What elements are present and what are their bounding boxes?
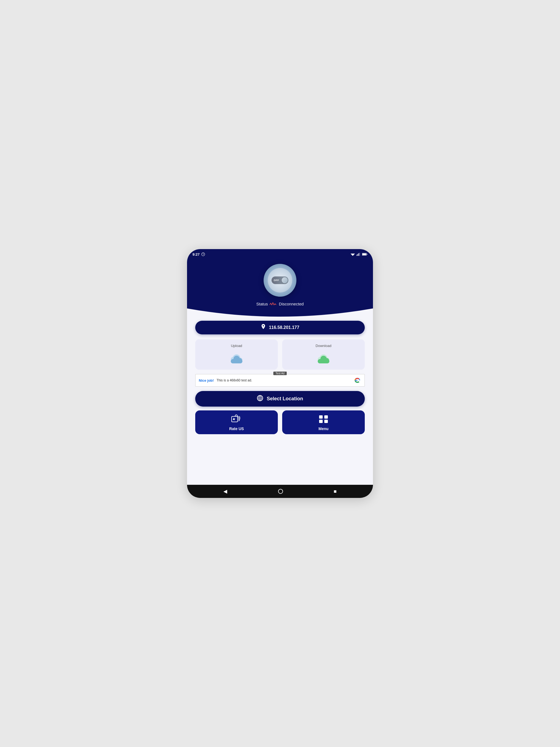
svg-rect-5: [358, 254, 358, 256]
download-label: Download: [315, 344, 331, 348]
rate-us-icon: [231, 414, 242, 425]
recent-icon: ■: [334, 489, 337, 494]
status-time: 9:27: [193, 252, 205, 256]
status-text: Status Disconnected: [256, 302, 304, 306]
menu-grid-icon: [318, 414, 329, 425]
upload-card: Upload: [195, 339, 278, 370]
svg-marker-3: [352, 255, 353, 256]
ad-nice-job: Nice job!: [199, 379, 214, 383]
menu-button[interactable]: Menu: [282, 410, 365, 434]
toggle-knob: [282, 277, 288, 283]
globe-icon: [257, 395, 263, 403]
wifi-icon: [351, 253, 355, 256]
svg-rect-16: [319, 415, 323, 419]
bottom-buttons: Rate US Menu: [195, 410, 365, 434]
rate-us-label: Rate US: [229, 427, 244, 431]
svg-rect-9: [367, 254, 367, 255]
nav-bar: ◀ ■: [187, 485, 373, 498]
back-icon: ◀: [223, 488, 227, 494]
signal-icon: [357, 252, 360, 256]
upload-label: Upload: [231, 344, 242, 348]
battery-icon: [362, 253, 367, 256]
sync-icon: [201, 252, 205, 256]
device-frame: 9:27: [187, 249, 373, 498]
nav-home-button[interactable]: [278, 489, 283, 494]
home-circle-icon: [278, 489, 283, 494]
top-section: OFF Status Disconnected: [187, 259, 373, 325]
select-location-label: Select Location: [266, 396, 303, 402]
rate-us-button[interactable]: Rate US: [195, 410, 278, 434]
signal-lines-icon: [270, 302, 277, 306]
svg-rect-7: [360, 253, 360, 256]
svg-rect-6: [358, 253, 359, 256]
nav-back-button[interactable]: ◀: [223, 488, 227, 494]
location-pin-icon: [261, 324, 266, 331]
svg-rect-19: [324, 420, 328, 423]
svg-rect-18: [319, 420, 323, 423]
status-icons: [351, 252, 367, 256]
ad-text: This is a 468x60 test ad.: [217, 379, 351, 382]
svg-point-20: [278, 489, 283, 493]
download-cloud-icon: [315, 350, 332, 365]
top-content: OFF Status Disconnected: [187, 259, 373, 306]
status-bar: 9:27: [187, 249, 373, 259]
ad-tag: Test Ad: [274, 371, 287, 375]
toggle-pill[interactable]: OFF: [272, 277, 288, 284]
svg-rect-10: [362, 254, 366, 255]
status-label: Status: [256, 302, 268, 306]
download-card: Download: [282, 339, 365, 370]
ad-banner: Test Ad Nice job! This is a 468x60 test …: [195, 374, 365, 387]
bottom-content: 116.58.201.177 Upload: [187, 325, 373, 485]
ip-address-button[interactable]: 116.58.201.177: [195, 321, 365, 334]
app-content: OFF Status Disconnected: [187, 259, 373, 498]
stats-row: Upload Download: [195, 339, 365, 370]
ip-address-value: 116.58.201.177: [269, 325, 299, 330]
svg-rect-4: [357, 255, 357, 256]
status-value: Disconnected: [279, 302, 304, 306]
toggle-off-label: OFF: [274, 279, 279, 282]
time-display: 9:27: [193, 252, 200, 256]
svg-rect-17: [324, 415, 328, 419]
vpn-toggle-wrapper[interactable]: OFF: [263, 264, 297, 297]
select-location-button[interactable]: Select Location: [195, 391, 365, 407]
nav-recent-button[interactable]: ■: [334, 489, 337, 494]
upload-cloud-icon: [228, 350, 245, 365]
vpn-toggle-inner[interactable]: OFF: [268, 268, 292, 292]
ad-logo-icon: [354, 377, 361, 384]
menu-label: Menu: [319, 427, 329, 431]
